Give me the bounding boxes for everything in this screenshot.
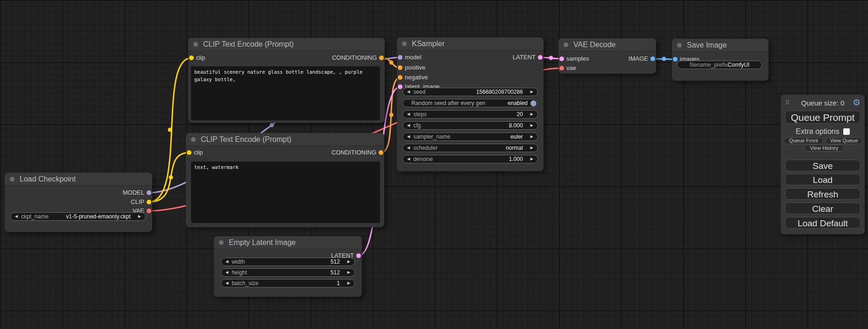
extra-options-label: Extra options: [796, 127, 839, 135]
output-port-IMAGE[interactable]: [650, 56, 655, 61]
input-port-negative[interactable]: [398, 75, 402, 80]
widget-increment-icon[interactable]: ▶: [138, 212, 141, 221]
widget-ckpt_name[interactable]: ◀ckpt_namev1-5-pruned-emaonly.ckpt▶: [10, 212, 146, 221]
node-clip-encode-negative[interactable]: CLIP Text Encode (Prompt)clipCONDITIONIN…: [186, 133, 384, 227]
widget-increment-icon[interactable]: ▶: [530, 144, 533, 152]
node-title-text: VAE Decode: [573, 41, 615, 49]
widget-increment-icon[interactable]: ▶: [530, 121, 533, 130]
save-button[interactable]: Save: [785, 160, 861, 171]
output-port-LATENT[interactable]: [538, 55, 543, 60]
widget-increment-icon[interactable]: ▶: [347, 258, 350, 266]
widget-decrement-icon[interactable]: ◀: [226, 279, 228, 287]
wire-midpoint-dot[interactable]: [549, 56, 553, 60]
settings-gear-icon[interactable]: ⚙: [853, 98, 861, 107]
widget-cfg[interactable]: ◀cfg8.000▶: [402, 121, 538, 130]
widget-decrement-icon[interactable]: ◀: [226, 268, 228, 277]
wire-midpoint-dot[interactable]: [389, 61, 394, 65]
output-port-CLIP[interactable]: [147, 200, 151, 204]
wire-midpoint-dot[interactable]: [389, 113, 394, 117]
widget-decrement-icon[interactable]: ◀: [407, 121, 410, 130]
widget-decrement-icon[interactable]: ◀: [407, 110, 410, 119]
prompt-textarea[interactable]: beautiful scenery nature glass bottle la…: [191, 66, 380, 120]
collapse-dot[interactable]: [10, 177, 14, 182]
input-port-positive[interactable]: [398, 65, 402, 70]
collapse-dot[interactable]: [191, 137, 196, 142]
widget-increment-icon[interactable]: ▶: [530, 110, 533, 119]
wire-midpoint-dot[interactable]: [270, 123, 274, 127]
widget-decrement-icon[interactable]: ◀: [407, 155, 410, 163]
node-title-bar[interactable]: KSampler: [397, 37, 543, 50]
collapse-dot[interactable]: [193, 42, 198, 47]
widget-Random seed after every gen[interactable]: Random seed after every genenabled: [402, 99, 538, 107]
widget-increment-icon[interactable]: ▶: [530, 133, 533, 141]
clear-button[interactable]: Clear: [785, 203, 861, 214]
widget-increment-icon[interactable]: ▶: [347, 268, 350, 277]
node-save-image[interactable]: Save Imageimagesfilename_prefixComfyUI: [672, 39, 769, 81]
widget-width[interactable]: ◀width512▶: [221, 258, 355, 266]
extra-options-checkbox[interactable]: [843, 128, 850, 135]
widget-seed[interactable]: ◀seed156680208700286▶: [402, 88, 538, 96]
load-default-button[interactable]: Load Default: [785, 217, 861, 229]
widget-sampler_name[interactable]: ◀sampler_nameeuler▶: [402, 133, 538, 141]
widget-value: 512: [331, 259, 340, 265]
queue-panel: ⠿ Queue size: 0 ⚙ Queue Prompt Extra opt…: [781, 95, 865, 234]
node-vae-decode[interactable]: VAE DecodesamplesvaeIMAGE: [558, 38, 656, 74]
node-empty-latent-image[interactable]: Empty Latent ImageLATENT◀width512▶◀heigh…: [214, 236, 362, 297]
load-button[interactable]: Load: [785, 174, 861, 185]
widget-label: Random seed after every gen: [411, 100, 485, 106]
node-title-text: CLIP Text Encode (Prompt): [201, 135, 291, 143]
widget-increment-icon[interactable]: ▶: [347, 279, 350, 287]
widget-denoise[interactable]: ◀denoise1.000▶: [402, 155, 538, 163]
widget-increment-icon[interactable]: ▶: [530, 88, 533, 96]
input-port-latent_image[interactable]: [398, 84, 402, 89]
collapse-dot[interactable]: [564, 42, 568, 47]
widget-decrement-icon[interactable]: ◀: [407, 133, 410, 141]
wire-midpoint-dot[interactable]: [662, 57, 666, 61]
output-port-CONDITIONING[interactable]: [379, 56, 384, 60]
wire-midpoint-dot[interactable]: [168, 128, 172, 132]
node-ksampler[interactable]: KSamplermodelpositivenegativelatent_imag…: [397, 37, 543, 171]
node-title-bar[interactable]: CLIP Text Encode (Prompt): [188, 38, 385, 51]
node-title-bar[interactable]: VAE Decode: [558, 38, 656, 51]
queue-prompt-button[interactable]: Queue Prompt: [785, 111, 861, 124]
node-title-bar[interactable]: Load Checkpoint: [5, 173, 152, 186]
widget-decrement-icon[interactable]: ◀: [15, 212, 18, 221]
node-clip-encode-positive[interactable]: CLIP Text Encode (Prompt)clipCONDITIONIN…: [188, 38, 385, 123]
widget-batch_size[interactable]: ◀batch_size1▶: [221, 279, 355, 287]
toggle-knob-icon[interactable]: [530, 100, 536, 106]
widget-filename_prefix[interactable]: filename_prefixComfyUI: [677, 61, 762, 69]
widget-steps[interactable]: ◀steps20▶: [402, 110, 538, 119]
input-port-clip[interactable]: [189, 56, 194, 60]
node-title-bar[interactable]: Save Image: [672, 39, 769, 52]
collapse-dot[interactable]: [219, 240, 224, 245]
refresh-button[interactable]: Refresh: [785, 188, 861, 200]
widget-decrement-icon[interactable]: ◀: [407, 144, 410, 152]
node-title-bar[interactable]: Empty Latent Image: [214, 236, 362, 249]
output-port-VAE[interactable]: [147, 209, 151, 213]
prompt-textarea[interactable]: text, watermark: [191, 161, 380, 223]
node-load-checkpoint[interactable]: Load CheckpointMODELCLIPVAE◀ckpt_namev1-…: [5, 173, 152, 232]
output-port-MODEL[interactable]: [147, 190, 151, 195]
node-graph-canvas[interactable]: Load CheckpointMODELCLIPVAE◀ckpt_namev1-…: [0, 0, 868, 329]
wire-midpoint-dot[interactable]: [169, 175, 173, 180]
widget-value: 1.000: [509, 156, 523, 162]
widget-decrement-icon[interactable]: ◀: [226, 258, 228, 266]
node-title-bar[interactable]: CLIP Text Encode (Prompt): [186, 133, 384, 146]
input-port-clip[interactable]: [187, 150, 191, 155]
widget-scheduler[interactable]: ◀schedulernormal▶: [402, 144, 538, 152]
widget-decrement-icon[interactable]: ◀: [407, 88, 410, 96]
view-history-button[interactable]: View History: [804, 145, 844, 152]
collapse-dot[interactable]: [402, 42, 407, 46]
queue-front-button[interactable]: Queue Front: [783, 137, 824, 144]
input-port-vae[interactable]: [559, 66, 564, 70]
input-port-images[interactable]: [673, 57, 677, 62]
output-port-LATENT[interactable]: [356, 253, 361, 258]
view-queue-button[interactable]: View Queue: [826, 137, 862, 144]
widget-increment-icon[interactable]: ▶: [530, 155, 533, 163]
widget-height[interactable]: ◀height512▶: [221, 268, 355, 277]
collapse-dot[interactable]: [677, 43, 682, 48]
input-port-model[interactable]: [398, 55, 402, 60]
output-port-CONDITIONING[interactable]: [379, 150, 383, 155]
widget-label: height: [232, 269, 247, 276]
input-port-samples[interactable]: [559, 56, 564, 61]
